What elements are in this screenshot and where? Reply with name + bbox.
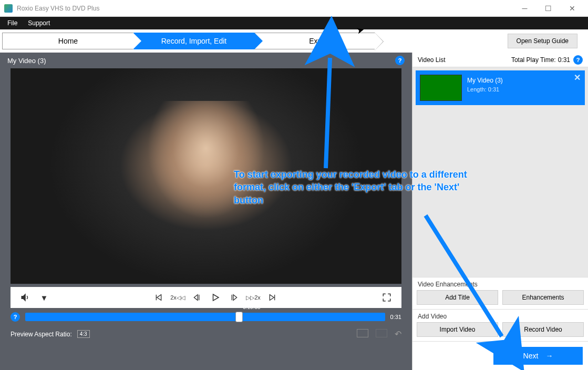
open-setup-guide-button[interactable]: Open Setup Guide bbox=[508, 34, 577, 48]
annotation-text: To start exporting your recorded video t… bbox=[234, 168, 470, 207]
playtime-label: Total Play Time: bbox=[511, 56, 556, 64]
svg-marker-0 bbox=[22, 294, 25, 301]
aspect-label: Preview Aspect Ratio: bbox=[11, 331, 72, 338]
svg-marker-5 bbox=[213, 294, 219, 301]
record-video-button[interactable]: Record Video bbox=[502, 322, 584, 337]
remove-video-icon[interactable]: ✕ bbox=[574, 73, 581, 83]
timeline-end-label: 0:31 bbox=[390, 314, 401, 320]
app-title: Roxio Easy VHS to DVD Plus bbox=[17, 5, 513, 12]
add-title-button[interactable]: Add Title bbox=[417, 290, 498, 305]
side-panel: Video List Total Play Time: 0:31 ? My Vi… bbox=[412, 53, 588, 370]
playback-controls: ▼ 2x◁◁ ▷▷2x bbox=[11, 287, 401, 308]
skip-start-icon[interactable] bbox=[150, 289, 167, 306]
timeline-track[interactable]: 0:19:05 bbox=[25, 313, 385, 321]
video-list-header: Video List Total Play Time: 0:31 ? bbox=[412, 53, 588, 67]
enhancements-button[interactable]: Enhancements bbox=[502, 290, 584, 305]
menu-support[interactable]: Support bbox=[23, 19, 55, 27]
volume-dropdown-icon[interactable]: ▼ bbox=[36, 289, 53, 306]
video-list-label: Video List bbox=[418, 56, 511, 64]
timeline-help-icon[interactable]: ? bbox=[11, 312, 20, 322]
close-button[interactable]: ✕ bbox=[560, 1, 584, 16]
undo-icon[interactable]: ↶ bbox=[395, 329, 401, 339]
timeline-thumb[interactable] bbox=[235, 312, 243, 322]
svg-marker-3 bbox=[194, 295, 198, 301]
aspect-row: Preview Aspect Ratio: 4:3 ↶ bbox=[11, 329, 401, 339]
svg-marker-2 bbox=[157, 295, 161, 301]
next-label: Next bbox=[523, 352, 539, 360]
video-item-title: My Video (3) bbox=[467, 77, 503, 84]
rewind-fast-icon[interactable]: 2x◁◁ bbox=[169, 289, 186, 306]
window-controls: ─ ☐ ✕ bbox=[513, 1, 584, 16]
tab-bar: Home Record, Import, Edit Export Open Se… bbox=[0, 29, 588, 53]
main-area: My Video (3) ? ▼ 2x◁◁ ▷▷2x ? 0:19:05 bbox=[0, 53, 588, 370]
svg-marker-8 bbox=[270, 295, 274, 301]
playtime-value: 0:31 bbox=[558, 56, 570, 64]
app-icon bbox=[4, 4, 13, 13]
preview-header: My Video (3) ? bbox=[0, 53, 412, 68]
next-button[interactable]: Next → bbox=[493, 347, 583, 365]
menu-bar: File Support bbox=[0, 17, 588, 29]
timeline-position: 0:19:05 bbox=[243, 304, 260, 310]
import-video-button[interactable]: Import Video bbox=[417, 322, 498, 337]
video-thumbnail bbox=[420, 75, 462, 101]
enhancements-label: Video Enhancements bbox=[412, 278, 588, 290]
video-title: My Video (3) bbox=[7, 57, 46, 65]
video-list-item[interactable]: My Video (3) Length: 0:31 ✕ bbox=[416, 70, 585, 105]
aspect-ratio-button[interactable]: 4:3 bbox=[77, 330, 90, 338]
next-arrow-icon: → bbox=[545, 352, 553, 360]
minimize-button[interactable]: ─ bbox=[513, 1, 537, 16]
video-info: My Video (3) Length: 0:31 bbox=[467, 75, 503, 101]
step-back-icon[interactable] bbox=[188, 289, 205, 306]
preview-panel: My Video (3) ? ▼ 2x◁◁ ▷▷2x ? 0:19:05 bbox=[0, 53, 412, 370]
tab-home[interactable]: Home bbox=[2, 33, 133, 49]
add-video-label: Add Video bbox=[412, 310, 588, 322]
video-length-label: Length: bbox=[467, 86, 487, 92]
maximize-button[interactable]: ☐ bbox=[537, 1, 560, 16]
step-forward-icon[interactable] bbox=[226, 289, 243, 306]
split-icon bbox=[376, 329, 387, 337]
title-bar: Roxio Easy VHS to DVD Plus ─ ☐ ✕ bbox=[0, 0, 588, 17]
fullscreen-icon[interactable] bbox=[378, 289, 395, 306]
menu-file[interactable]: File bbox=[2, 19, 23, 27]
chevron-tabs: Home Record, Import, Edit Export bbox=[2, 33, 375, 49]
trim-icon[interactable] bbox=[357, 329, 368, 337]
volume-icon[interactable] bbox=[17, 289, 34, 306]
video-length-value: 0:31 bbox=[488, 86, 499, 92]
help-icon[interactable]: ? bbox=[395, 56, 405, 65]
timeline-row: ? 0:19:05 0:31 bbox=[11, 312, 401, 322]
play-icon[interactable] bbox=[207, 289, 224, 306]
svg-marker-7 bbox=[233, 295, 237, 301]
list-help-icon[interactable]: ? bbox=[573, 55, 583, 65]
skip-end-icon[interactable] bbox=[264, 289, 281, 306]
forward-fast-icon[interactable]: ▷▷2x bbox=[245, 289, 262, 306]
tab-record-import-edit[interactable]: Record, Import, Edit bbox=[133, 33, 254, 49]
